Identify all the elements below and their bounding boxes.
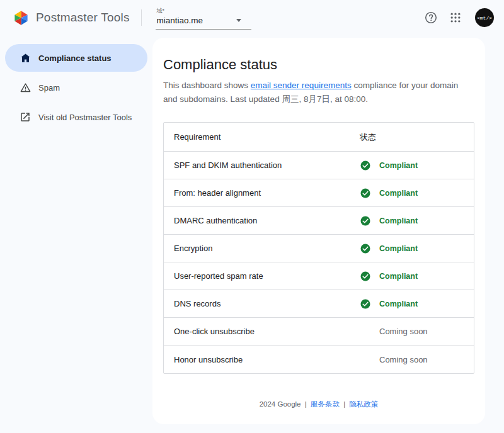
empty-icon-slot xyxy=(360,354,371,365)
table-row: DMARC authenticationCompliant xyxy=(164,207,474,235)
status-text: Compliant xyxy=(379,272,418,281)
status-text: Compliant xyxy=(379,161,418,170)
sidebar-item-visit-old-postmaster-tools[interactable]: Visit old Postmaster Tools xyxy=(5,103,147,131)
check-circle-icon xyxy=(360,188,371,199)
requirement-label: DNS records xyxy=(164,299,360,308)
check-circle-icon xyxy=(360,298,371,310)
requirement-label: From: header alignment xyxy=(164,188,360,198)
description-prefix: This dashboard shows xyxy=(163,81,251,90)
table-row: User-reported spam rateCompliant xyxy=(164,262,474,290)
requirement-label: DMARC authentication xyxy=(164,216,360,225)
external-link-icon xyxy=(19,111,32,123)
page-title: Compliance status xyxy=(163,57,474,73)
status-cell: Compliant xyxy=(360,215,474,227)
copyright-text: 2024 Google xyxy=(260,400,301,408)
terms-of-service-link[interactable]: 服务条款 xyxy=(311,400,340,408)
sidebar-item-label: Compliance status xyxy=(38,53,112,63)
domain-selector[interactable]: 域* miantiao.me xyxy=(156,6,251,30)
footer-separator: | xyxy=(305,400,307,408)
main-card: Compliance status This dashboard shows e… xyxy=(152,38,485,424)
check-circle-icon xyxy=(360,160,371,171)
sidebar-item-label: Spam xyxy=(38,83,60,93)
table-row: From: header alignmentCompliant xyxy=(164,179,474,207)
chevron-down-icon xyxy=(236,19,241,22)
sidebar-item-label: Visit old Postmaster Tools xyxy=(38,113,132,122)
check-circle-icon xyxy=(360,243,371,254)
status-cell: Compliant xyxy=(360,298,474,310)
compliance-table: Requirement 状态 SPF and DKIM authenticati… xyxy=(163,122,474,374)
domain-selector-label: 域* xyxy=(157,8,250,14)
table-row: DNS recordsCompliant xyxy=(164,290,474,318)
card-footer: 2024 Google | 服务条款 | 隐私政策 xyxy=(152,400,485,409)
table-row: One-click unsubscribeComing soon xyxy=(164,318,474,346)
requirement-label: One-click unsubscribe xyxy=(164,327,360,336)
layout: Compliance status Spam xyxy=(0,35,504,433)
status-text: Coming soon xyxy=(379,327,428,336)
sidebar-item-spam[interactable]: Spam xyxy=(5,74,147,101)
check-circle-icon xyxy=(360,271,371,282)
status-text: Coming soon xyxy=(379,355,428,364)
header-actions: <mt/> xyxy=(423,8,494,27)
table-row: SPF and DKIM authenticationCompliant xyxy=(164,152,474,179)
status-text: Compliant xyxy=(379,189,418,198)
status-cell: Compliant xyxy=(360,243,474,254)
compliance-table-body: SPF and DKIM authenticationCompliantFrom… xyxy=(164,152,474,373)
domain-selector-value: miantiao.me xyxy=(157,16,203,25)
page: Postmaster Tools 域* miantiao.me xyxy=(0,0,504,433)
header-divider xyxy=(141,9,142,26)
sidebar: Compliance status Spam xyxy=(0,35,152,433)
status-text: Compliant xyxy=(379,244,418,253)
table-header-row: Requirement 状态 xyxy=(164,123,474,152)
description: This dashboard shows email sender requir… xyxy=(163,79,474,106)
requirement-label: Encryption xyxy=(164,244,360,253)
requirement-label: User-reported spam rate xyxy=(164,271,360,281)
table-row: Honor unsubscribeComing soon xyxy=(164,346,474,373)
app-title: Postmaster Tools xyxy=(36,11,130,25)
postmaster-tools-logo-icon xyxy=(13,9,30,26)
warning-icon xyxy=(19,81,32,94)
check-circle-icon xyxy=(360,215,371,227)
status-text: Compliant xyxy=(379,300,418,308)
email-sender-requirements-link[interactable]: email sender requirements xyxy=(251,81,352,90)
avatar[interactable]: <mt/> xyxy=(475,8,494,27)
app-header: Postmaster Tools 域* miantiao.me xyxy=(0,0,504,35)
status-cell: Coming soon xyxy=(360,326,474,337)
apps-grid-icon[interactable] xyxy=(448,10,463,25)
help-icon[interactable] xyxy=(423,10,438,25)
sidebar-item-compliance-status[interactable]: Compliance status xyxy=(5,44,147,72)
empty-icon-slot xyxy=(360,326,371,337)
column-header-requirement: Requirement xyxy=(164,132,360,142)
status-cell: Compliant xyxy=(360,271,474,282)
requirement-label: SPF and DKIM authentication xyxy=(164,160,360,170)
footer-separator: | xyxy=(343,400,345,408)
column-header-status: 状态 xyxy=(360,132,474,143)
status-cell: Coming soon xyxy=(360,354,474,365)
privacy-policy-link[interactable]: 隐私政策 xyxy=(349,400,378,408)
table-row: EncryptionCompliant xyxy=(164,235,474,262)
home-icon xyxy=(19,52,32,64)
requirement-label: Honor unsubscribe xyxy=(164,355,360,364)
status-text: Compliant xyxy=(379,216,418,225)
status-cell: Compliant xyxy=(360,188,474,199)
status-cell: Compliant xyxy=(360,160,474,171)
